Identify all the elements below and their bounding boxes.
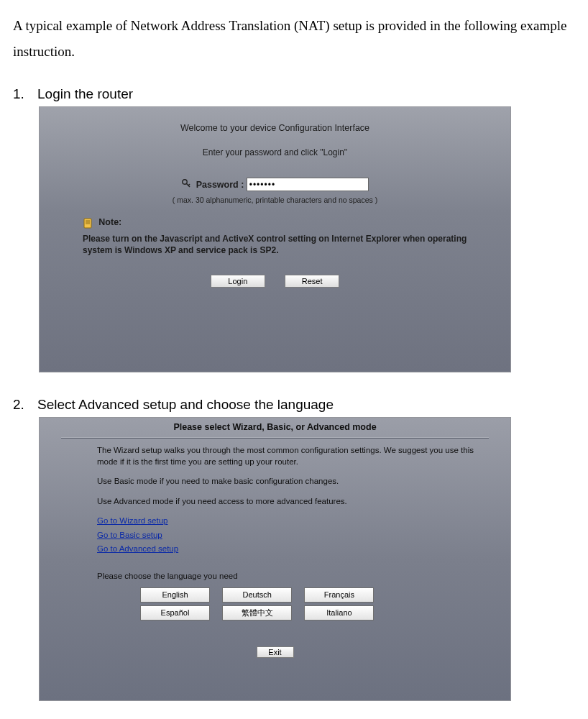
- step-1: 1. Login the router: [13, 86, 575, 102]
- wizard-desc: The Wizard setup walks you through the m…: [97, 445, 482, 467]
- svg-line-2: [188, 184, 190, 186]
- exit-button[interactable]: Exit: [257, 646, 294, 658]
- step-2: 2. Select Advanced setup and choose the …: [13, 397, 575, 413]
- login-button[interactable]: Login: [211, 275, 265, 288]
- note-icon: [83, 218, 93, 229]
- step-1-text: Login the router: [37, 86, 575, 102]
- password-row: Password :: [40, 178, 510, 191]
- step-1-number: 1.: [13, 86, 37, 102]
- login-screenshot: Welcome to your device Configuration Int…: [39, 106, 511, 372]
- lang-deutsch-button[interactable]: Deutsch: [222, 587, 292, 603]
- exit-row: Exit: [40, 646, 510, 658]
- lang-chinese-button[interactable]: 繁體中文: [222, 605, 292, 620]
- welcome-text: Welcome to your device Configuration Int…: [40, 107, 510, 133]
- lang-italiano-button[interactable]: Italiano: [304, 605, 374, 620]
- password-label: Password :: [196, 180, 244, 190]
- basic-desc: Use Basic mode if you need to make basic…: [97, 476, 482, 487]
- step-2-number: 2.: [13, 397, 37, 413]
- mode-body: The Wizard setup walks you through the m…: [40, 438, 510, 622]
- reset-button[interactable]: Reset: [285, 275, 339, 288]
- password-input[interactable]: [247, 178, 369, 191]
- lang-espanol-button[interactable]: Español: [140, 605, 210, 620]
- advanced-desc: Use Advanced mode if you need access to …: [97, 496, 482, 508]
- enter-prompt: Enter your password and click "Login": [40, 147, 510, 157]
- language-grid: English Deutsch Français Español 繁體中文 It…: [140, 586, 482, 622]
- key-icon: [181, 178, 191, 191]
- link-wizard-setup[interactable]: Go to Wizard setup: [97, 516, 167, 527]
- link-advanced-setup[interactable]: Go to Advanced setup: [97, 544, 178, 555]
- mode-screenshot: Please select Wizard, Basic, or Advanced…: [39, 417, 511, 701]
- language-label: Please choose the language you need: [97, 571, 482, 582]
- intro-text: A typical example of Network Address Tra…: [13, 13, 575, 65]
- lang-francais-button[interactable]: Français: [304, 587, 374, 603]
- step-2-text: Select Advanced setup and choose the lan…: [37, 397, 575, 413]
- note-body: Please turn on the Javascript and Active…: [83, 233, 489, 256]
- link-basic-setup[interactable]: Go to Basic setup: [97, 530, 162, 541]
- note-title: Note:: [98, 217, 121, 227]
- login-button-row: Login Reset: [40, 275, 510, 288]
- password-hint: ( max. 30 alphanumeric, printable charac…: [40, 196, 510, 204]
- note-box: Note: Please turn on the Javascript and …: [83, 217, 489, 256]
- mode-header: Please select Wizard, Basic, or Advanced…: [40, 418, 510, 432]
- lang-english-button[interactable]: English: [140, 587, 210, 603]
